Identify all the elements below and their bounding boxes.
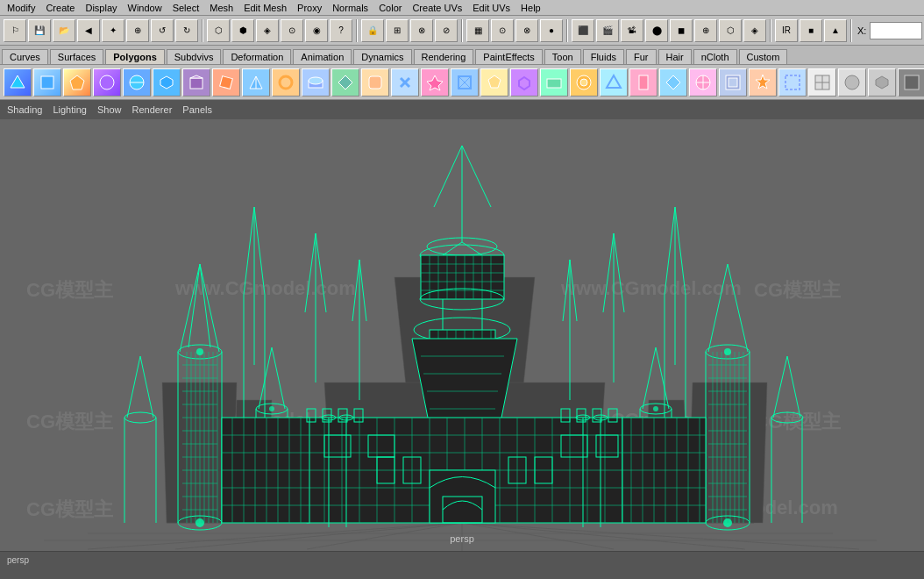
menu-mesh[interactable]: Mesh (204, 2, 238, 14)
tab-hair[interactable]: Hair (658, 49, 692, 64)
menu-edit-mesh[interactable]: Edit Mesh (238, 2, 292, 14)
toolbar-btn-11[interactable]: ◈ (256, 19, 279, 42)
shelf-icon-8[interactable] (212, 68, 240, 96)
toolbar-btn-31[interactable]: IR (775, 19, 798, 42)
shelf-icon-2[interactable] (33, 68, 61, 96)
menu-proxy[interactable]: Proxy (292, 2, 327, 14)
toolbar-btn-29[interactable]: ⬡ (719, 19, 742, 42)
menu-select[interactable]: Select (167, 2, 205, 14)
tab-painteffects[interactable]: PaintEffects (475, 49, 543, 64)
toolbar-btn-21[interactable]: ⊗ (515, 19, 538, 42)
shelf-icon-21[interactable] (600, 68, 628, 96)
toolbar-btn-3[interactable]: 📂 (53, 19, 75, 42)
tab-curves[interactable]: Curves (2, 49, 48, 64)
toolbar-btn-27[interactable]: ◼ (670, 19, 693, 42)
toolbar-btn-18[interactable]: ⊘ (435, 19, 458, 42)
panel-renderer[interactable]: Renderer (128, 103, 175, 117)
toolbar-btn-16[interactable]: ⊞ (386, 19, 409, 42)
tab-polygons[interactable]: Polygons (105, 49, 165, 64)
toolbar-btn-13[interactable]: ◉ (305, 19, 328, 42)
toolbar-btn-28[interactable]: ⊕ (694, 19, 717, 42)
menu-modify[interactable]: Modify (2, 2, 40, 14)
tab-surfaces[interactable]: Surfaces (50, 49, 103, 64)
toolbar-btn-26[interactable]: ⬤ (645, 19, 668, 42)
toolbar-btn-2[interactable]: 💾 (28, 19, 51, 42)
shelf-icon-16[interactable] (451, 68, 479, 96)
shelf-icon-15[interactable] (421, 68, 449, 96)
shelf-icon-22[interactable] (629, 68, 657, 96)
panel-show[interactable]: Show (94, 103, 125, 117)
shelf-icon-17[interactable] (480, 68, 508, 96)
panel-panels[interactable]: Panels (179, 103, 216, 117)
toolbar-btn-14[interactable]: ? (330, 19, 352, 42)
shelf-icon-1[interactable] (4, 68, 32, 96)
shelf-icon-25[interactable] (719, 68, 747, 96)
shelf-icon-6[interactable] (153, 68, 181, 96)
shelf-icon-12[interactable] (331, 68, 359, 96)
shelf-icon-20[interactable] (570, 68, 598, 96)
tab-subdivs[interactable]: Subdvivs (167, 49, 222, 64)
menu-help[interactable]: Help (515, 2, 546, 14)
tab-fur[interactable]: Fur (626, 49, 657, 64)
tab-toon[interactable]: Toon (544, 49, 581, 64)
toolbar-btn-8[interactable]: ↻ (175, 19, 198, 42)
tab-fluids[interactable]: Fluids (583, 49, 624, 64)
viewport[interactable]: CG模型主 www.CGmodel.com CG模型主 www.CGmodel.… (0, 119, 924, 551)
toolbar-btn-23[interactable]: ⬛ (572, 19, 594, 42)
toolbar-btn-15[interactable]: 🔒 (361, 19, 384, 42)
shelf-icon-28[interactable] (808, 68, 836, 96)
shelf-icon-27[interactable] (778, 68, 807, 96)
toolbar-btn-32[interactable]: ■ (800, 19, 822, 42)
menu-color[interactable]: Color (373, 2, 407, 14)
toolbar-btn-24[interactable]: 🎬 (596, 19, 619, 42)
shelf-icon-4[interactable] (93, 68, 121, 96)
toolbar-btn-25[interactable]: 📽 (621, 19, 643, 42)
menu-window[interactable]: Window (123, 2, 167, 14)
tab-custom[interactable]: Custom (739, 49, 788, 64)
panel-lighting[interactable]: Lighting (49, 103, 90, 117)
tab-rendering[interactable]: Rendering (414, 49, 474, 64)
toolbar-btn-19[interactable]: ▦ (466, 19, 489, 42)
toolbar-btn-30[interactable]: ◈ (743, 19, 766, 42)
shelf-icon-7[interactable] (182, 68, 210, 96)
toolbar-btn-17[interactable]: ⊗ (410, 19, 433, 42)
tab-dynamics[interactable]: Dynamics (353, 49, 411, 64)
toolbar-btn-20[interactable]: ⊙ (491, 19, 514, 42)
shelf-icon-23[interactable] (659, 68, 687, 96)
tab-ncloth[interactable]: nCloth (693, 49, 737, 64)
shelf-icon-9[interactable] (242, 68, 270, 96)
menu-create[interactable]: Create (40, 2, 80, 14)
shelf-icon-30[interactable] (868, 68, 896, 96)
shelf-icon-19[interactable] (540, 68, 568, 96)
toolbar-btn-9[interactable]: ⬡ (207, 19, 230, 42)
shelf-icon-3[interactable] (63, 68, 91, 96)
shelf-icon-11[interactable] (302, 68, 330, 96)
toolbar-btn-12[interactable]: ⊙ (281, 19, 303, 42)
shelf-icon-18[interactable] (510, 68, 538, 96)
toolbar-btn-5[interactable]: ✦ (102, 19, 124, 42)
shelf-icon-26[interactable] (749, 68, 777, 96)
shelf-icon-13[interactable] (361, 68, 389, 96)
menu-create-uvs[interactable]: Create UVs (407, 2, 467, 14)
toolbar-btn-6[interactable]: ⊕ (126, 19, 149, 42)
toolbar-btn-33[interactable]: ▲ (824, 19, 847, 42)
menu-normals[interactable]: Normals (327, 2, 373, 14)
toolbar-btn-22[interactable]: ● (540, 19, 563, 42)
toolbar-btn-4[interactable]: ◀ (77, 19, 100, 42)
menu-display[interactable]: Display (80, 2, 122, 14)
x-input[interactable] (870, 22, 922, 39)
toolbar-btn-7[interactable]: ↺ (151, 19, 174, 42)
shelf-icon-29[interactable] (838, 68, 866, 96)
toolbar-btn-1[interactable]: ⚐ (4, 19, 26, 42)
tab-deformation[interactable]: Deformation (223, 49, 291, 64)
menu-edit-uvs[interactable]: Edit UVs (467, 2, 515, 14)
shelf-icon-10[interactable] (272, 68, 300, 96)
shelf-icon-31[interactable] (898, 68, 924, 96)
shelf-icon-5[interactable] (123, 68, 151, 96)
shelf-icon-14[interactable] (391, 68, 419, 96)
left-back-towers (124, 356, 156, 523)
panel-shading[interactable]: Shading (4, 103, 46, 117)
tab-animation[interactable]: Animation (293, 49, 352, 64)
shelf-icon-24[interactable] (689, 68, 717, 96)
toolbar-btn-10[interactable]: ⬢ (231, 19, 254, 42)
